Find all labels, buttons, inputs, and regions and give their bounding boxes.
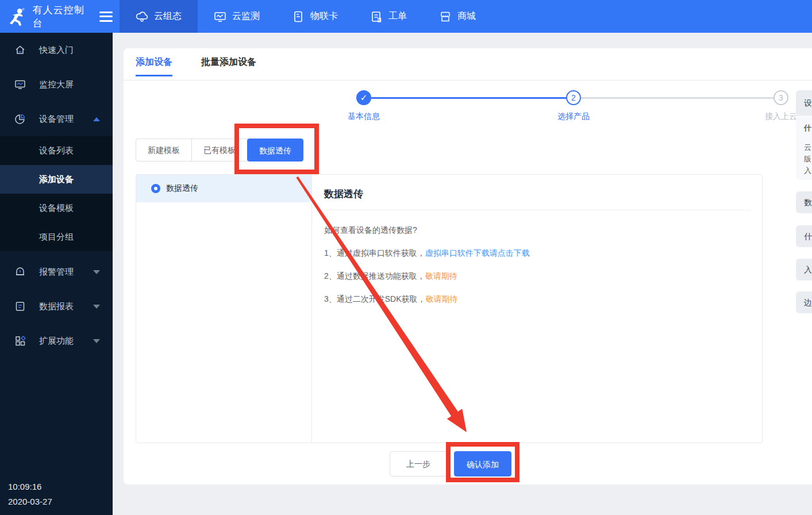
pending-badge: 敬请期待 (426, 294, 458, 303)
detail-title: 数据透传 (324, 187, 363, 201)
check-icon: ✓ (360, 93, 368, 102)
item-text: 1、通过虚拟串口软件获取， (324, 248, 425, 258)
sidebar-item-extensions[interactable]: 扩展功能 (0, 324, 113, 358)
nav-item-work-order[interactable]: 工单 (354, 0, 423, 33)
storefront-icon (439, 10, 452, 23)
nav-item-label: 云组态 (154, 10, 182, 22)
detail-item-2: 2、通过数据推送功能获取，敬请期待 (324, 271, 457, 282)
top-navigation-bar: 有人云控制台 云组态 云监测 (0, 0, 812, 33)
submenu-item-device-list[interactable]: 设备列表 (0, 136, 113, 165)
list-item-passthrough[interactable]: 数据透传 (136, 175, 311, 202)
chevron-down-icon (93, 270, 100, 274)
sidebar-clock: 10:09:16 2020-03-27 (8, 479, 52, 509)
help-collapsed-item[interactable]: 边 (796, 291, 812, 313)
detail-question: 如何查看设备的透传数据? (324, 225, 417, 236)
sidebar-item-label: 扩展功能 (39, 336, 74, 347)
clock-time: 10:09:16 (8, 479, 52, 494)
step-1-label: 基本信息 (341, 112, 387, 122)
previous-step-button[interactable]: 上一步 (390, 451, 447, 476)
sidebar-item-alarm-management[interactable]: 报警管理 (0, 255, 113, 289)
product-detail: 数据透传 如何查看设备的透传数据? 1、通过虚拟串口软件获取，虚拟串口软件下载请… (313, 175, 762, 443)
big-screen-icon (14, 78, 26, 91)
help-collapsed-item[interactable]: 什 (796, 225, 812, 247)
sim-card-icon (292, 10, 305, 23)
nav-item-label: 云监测 (232, 10, 260, 22)
tab-batch-add-device[interactable]: 批量添加设备 (201, 56, 256, 68)
template-btn-passthrough[interactable]: 数据透传 (247, 139, 303, 162)
pending-badge: 敬请期待 (425, 271, 457, 280)
chevron-up-icon (93, 117, 100, 121)
nav-item-label: 商城 (457, 10, 476, 22)
tab-add-device[interactable]: 添加设备 (136, 56, 172, 68)
menu-toggle-icon[interactable] (99, 11, 113, 22)
brand-area[interactable]: 有人云控制台 (0, 0, 113, 33)
submenu-item-add-device[interactable]: 添加设备 (0, 165, 113, 194)
help-line: 版 (804, 153, 812, 165)
nav-item-label: 工单 (388, 10, 407, 22)
help-card-header[interactable]: 设 (796, 90, 812, 116)
work-order-icon (370, 10, 383, 23)
top-nav-menu: 云组态 云监测 物联卡 (120, 0, 492, 33)
help-collapsed-item[interactable]: 入 (796, 259, 812, 280)
brand-title: 有人云控制台 (33, 3, 93, 30)
nav-item-cloud-monitor[interactable]: 云监测 (198, 0, 276, 33)
nav-item-label: 物联卡 (310, 10, 338, 22)
help-line: 云 (804, 142, 812, 153)
stepper-line-done (371, 97, 567, 99)
cloud-icon (136, 10, 148, 23)
page-tabs: 添加设备 批量添加设备 (124, 48, 812, 80)
step-2-circle: 2 (566, 90, 581, 105)
report-icon (14, 300, 26, 313)
step-2-label: 选择产品 (551, 112, 597, 122)
help-line: 入 (804, 165, 812, 176)
chevron-down-icon (93, 339, 100, 343)
help-collapsed-item[interactable]: 数 (796, 191, 812, 213)
step-3-circle: 3 (773, 90, 788, 105)
home-icon (14, 44, 26, 56)
template-btn-existing[interactable]: 已有模板 (191, 139, 248, 162)
stepper-line-pending (581, 97, 774, 99)
download-link[interactable]: 虚拟串口软件下载请点击下载 (425, 248, 530, 258)
nav-item-iot-sim[interactable]: 物联卡 (276, 0, 354, 33)
sidebar-item-device-management[interactable]: 设备管理 (0, 102, 113, 136)
sidebar-item-label: 报警管理 (39, 267, 74, 278)
divider (324, 210, 751, 210)
item-text: 2、通过数据推送功能获取， (324, 271, 425, 280)
product-selection-panel: 数据透传 数据透传 如何查看设备的透传数据? 1、通过虚拟串口软件获取，虚拟串口… (136, 174, 763, 443)
step-1-circle: ✓ (356, 90, 371, 105)
template-btn-new[interactable]: 新建模板 (136, 139, 192, 162)
detail-item-1: 1、通过虚拟串口软件获取，虚拟串口软件下载请点击下载 (324, 248, 530, 259)
nav-item-cloud-scada[interactable]: 云组态 (120, 0, 198, 33)
list-item-label: 数据透传 (166, 183, 198, 194)
help-card-body: 什 云 版 入 (796, 116, 812, 180)
sidebar-item-label: 监控大屏 (39, 79, 74, 90)
nav-item-mall[interactable]: 商城 (423, 0, 492, 33)
alarm-bell-icon (14, 266, 26, 278)
sidebar-item-data-report[interactable]: 数据报表 (0, 289, 113, 324)
product-list: 数据透传 (136, 175, 312, 443)
sidebar-item-monitor-screen[interactable]: 监控大屏 (0, 67, 113, 102)
pie-chart-icon (14, 113, 26, 125)
item-text: 3、通过二次开发SDK获取， (324, 294, 426, 303)
sidebar-item-quick-start[interactable]: 快速入门 (0, 33, 113, 67)
clock-date: 2020-03-27 (8, 494, 52, 509)
help-line: 什 (804, 122, 812, 134)
grid-apps-icon (14, 335, 26, 347)
confirm-add-button[interactable]: 确认添加 (454, 451, 511, 476)
template-type-group: 新建模板 已有模板 数据透传 (136, 139, 303, 162)
detail-item-3: 3、通过二次开发SDK获取，敬请期待 (324, 294, 458, 305)
sidebar-item-label: 设备管理 (39, 114, 74, 125)
main-content-card: 添加设备 批量添加设备 ✓ 2 3 基本信息 选择产品 接入上云 新建模板 已有… (124, 48, 812, 485)
usr-logo-icon (8, 7, 27, 26)
monitor-chart-icon (214, 10, 226, 23)
app-root: 有人云控制台 云组态 云监测 (0, 0, 812, 515)
device-management-submenu: 设备列表 添加设备 设备模板 项目分组 (0, 136, 113, 251)
sidebar: 快速入门 监控大屏 设备管理 设备列表 添加设备 设备模板 项目分组 报警管理 (0, 33, 113, 515)
chevron-down-icon (93, 305, 100, 309)
sidebar-item-label: 快速入门 (39, 45, 74, 56)
submenu-item-project-group[interactable]: 项目分组 (0, 222, 113, 251)
radio-selected-icon[interactable] (151, 184, 160, 193)
submenu-item-device-template[interactable]: 设备模板 (0, 194, 113, 222)
sidebar-item-label: 数据报表 (39, 301, 74, 312)
